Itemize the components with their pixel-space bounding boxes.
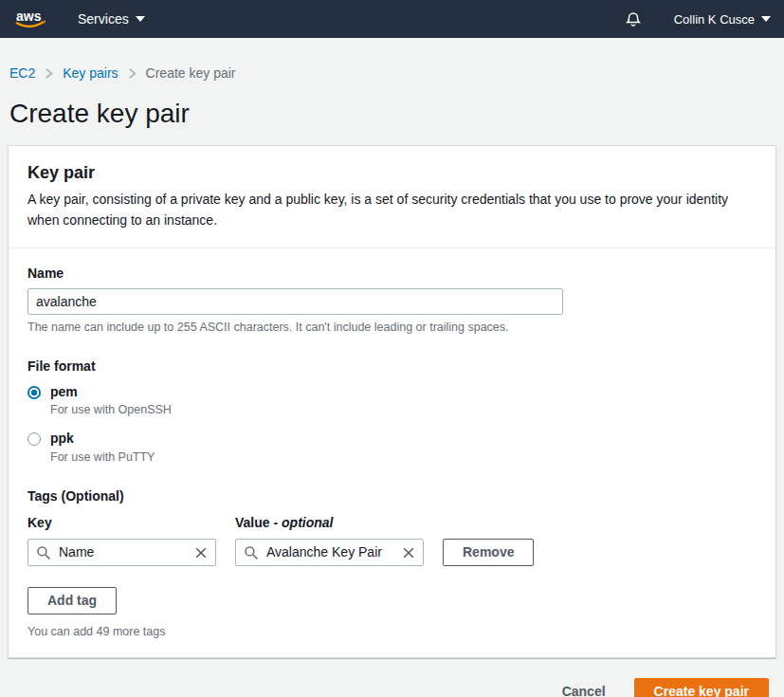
tag-key-input[interactable]: [28, 540, 215, 565]
name-label: Name: [27, 266, 64, 281]
clear-icon[interactable]: [193, 545, 209, 560]
tags-remaining-text: You can add 49 more tags: [27, 625, 757, 638]
search-icon: [244, 545, 259, 560]
bell-icon: [625, 9, 642, 28]
page-title: Create key pair: [9, 99, 784, 129]
remove-tag-button[interactable]: Remove: [443, 539, 534, 566]
aws-logo-icon: aws: [13, 8, 47, 30]
radio-pem-label: pem: [50, 384, 78, 399]
user-menu[interactable]: Collin K Cusce: [674, 12, 771, 27]
radio-ppk-label: ppk: [50, 431, 74, 446]
add-tag-button[interactable]: Add tag: [27, 587, 117, 614]
breadcrumb-current: Create key pair: [146, 65, 236, 81]
create-key-pair-button[interactable]: Create key pair: [634, 678, 769, 697]
key-pair-card: Key pair A key pair, consisting of a pri…: [8, 145, 776, 658]
radio-ppk-description: For use with PuTTY: [50, 450, 155, 464]
file-format-label: File format: [27, 358, 757, 374]
tag-value-label-optional: optional: [282, 515, 333, 530]
tag-key-column: Key: [27, 515, 216, 566]
services-label: Services: [78, 11, 129, 27]
search-icon: [36, 545, 51, 560]
svg-text:aws: aws: [16, 9, 42, 24]
chevron-down-icon: [136, 16, 145, 22]
card-description: A key pair, consisting of a private key …: [27, 190, 757, 230]
breadcrumb-separator-icon: [44, 67, 54, 80]
footer-actions: Cancel Create key pair: [0, 678, 769, 697]
tag-value-input-wrapper: [235, 539, 424, 566]
radio-pem-description: For use with OpenSSH: [50, 403, 172, 416]
tags-label: Tags (Optional): [27, 488, 757, 504]
tag-row: Key Value - optional: [27, 515, 757, 566]
clear-icon[interactable]: [401, 545, 416, 560]
tag-value-label-prefix: Value -: [235, 515, 282, 530]
breadcrumb-key-pairs[interactable]: Key pairs: [63, 65, 118, 81]
tag-value-label: Value - optional: [235, 515, 424, 530]
tag-value-input[interactable]: [236, 540, 423, 565]
notifications-button[interactable]: [625, 9, 642, 28]
radio-option-pem[interactable]: pem For use with OpenSSH: [27, 384, 757, 416]
card-heading: Key pair: [27, 163, 757, 183]
tag-value-column: Value - optional: [235, 515, 424, 566]
breadcrumb-separator-icon: [127, 67, 137, 80]
card-header: Key pair A key pair, consisting of a pri…: [9, 146, 775, 248]
file-format-group: File format pem For use with OpenSSH ppk…: [27, 358, 757, 463]
cancel-button[interactable]: Cancel: [562, 684, 606, 697]
radio-unselected-icon[interactable]: [27, 432, 41, 446]
name-input[interactable]: [27, 288, 563, 315]
name-field-group: Name The name can include up to 255 ASCI…: [27, 266, 757, 334]
user-name: Collin K Cusce: [674, 12, 755, 27]
tag-key-input-wrapper: [27, 539, 216, 566]
chevron-down-icon: [761, 16, 771, 22]
radio-selected-icon[interactable]: [27, 386, 41, 399]
tag-key-label: Key: [27, 515, 216, 530]
breadcrumb: EC2 Key pairs Create key pair: [9, 65, 784, 81]
radio-option-ppk[interactable]: ppk For use with PuTTY: [27, 431, 757, 463]
name-helper-text: The name can include up to 255 ASCII cha…: [27, 321, 757, 334]
aws-logo[interactable]: aws: [13, 8, 47, 30]
services-menu[interactable]: Services: [78, 11, 145, 27]
tags-group: Tags (Optional) Key: [27, 488, 757, 638]
card-body: Name The name can include up to 255 ASCI…: [9, 248, 775, 656]
breadcrumb-ec2[interactable]: EC2: [9, 65, 35, 81]
top-navigation-bar: aws Services Collin K Cusce: [0, 0, 784, 38]
